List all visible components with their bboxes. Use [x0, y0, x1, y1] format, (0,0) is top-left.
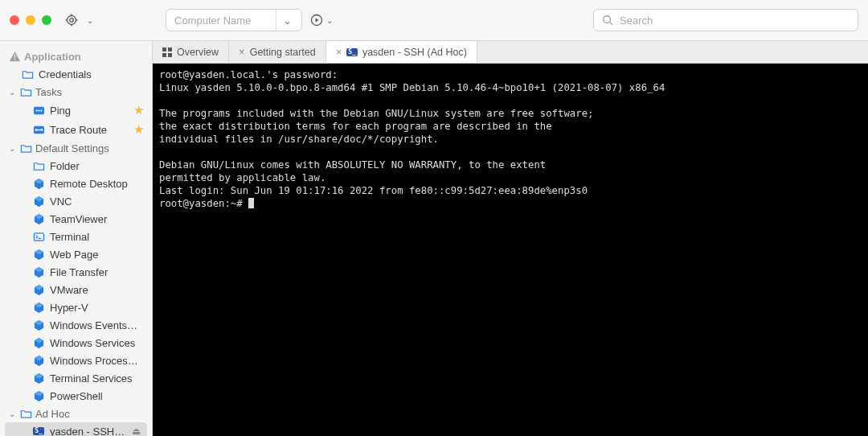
- folder-label: Folder: [50, 160, 145, 172]
- sidebar-item-yasden-ssh[interactable]: S_ yasden - SSH… ⏏: [5, 422, 147, 436]
- connect-button[interactable]: ⌄: [310, 14, 333, 27]
- search-input[interactable]: Search: [593, 9, 858, 31]
- terminal-line: The programs included with the Debian GN…: [159, 108, 593, 119]
- cube-icon: [32, 212, 45, 225]
- eject-icon[interactable]: ⏏: [132, 426, 141, 436]
- cube-icon: [32, 354, 45, 367]
- target-dropdown[interactable]: ⌄: [87, 16, 93, 25]
- tabbar: Overview × Getting started × S_ yasden -…: [153, 41, 868, 64]
- windows-processes-label: Windows Proces…: [50, 355, 145, 367]
- sidebar-item-vnc[interactable]: VNC: [0, 192, 152, 210]
- sidebar-item-folder[interactable]: Folder: [0, 157, 152, 175]
- computer-name-combo[interactable]: Computer Name ⌄: [166, 9, 302, 31]
- svg-rect-10: [14, 59, 14, 60]
- connect-dropdown[interactable]: ⌄: [326, 16, 333, 25]
- sidebar-item-ping[interactable]: Ping ★: [0, 101, 152, 120]
- folder-icon: [19, 407, 32, 420]
- cube-icon: [32, 195, 45, 208]
- sidebar-item-windows-services[interactable]: Windows Services: [0, 334, 152, 352]
- close-tab-icon[interactable]: ×: [336, 46, 342, 58]
- search-icon: [602, 14, 613, 26]
- credentials-label: Credentials: [39, 68, 145, 80]
- application-section[interactable]: Application: [0, 47, 152, 65]
- sidebar-item-file-transfer[interactable]: File Transfer: [0, 263, 152, 281]
- adhoc-section[interactable]: ⌄ Ad Hoc: [0, 405, 152, 422]
- hyperv-label: Hyper-V: [50, 302, 145, 314]
- svg-rect-21: [168, 47, 172, 51]
- sidebar-item-vmware[interactable]: VMware: [0, 281, 152, 298]
- vnc-label: VNC: [50, 195, 145, 208]
- minimize-window-button[interactable]: [26, 15, 35, 25]
- cube-icon: [32, 248, 45, 261]
- tab-yasden-ssh[interactable]: × S_ yasden - SSH (Ad Hoc): [326, 41, 477, 63]
- terminal-label: Terminal: [50, 231, 145, 243]
- ping-label: Ping: [50, 105, 129, 117]
- tasks-section[interactable]: ⌄ Tasks: [0, 83, 152, 101]
- terminal-output[interactable]: root@yasden.local.'s password: Linux yas…: [153, 64, 868, 436]
- disclosure-triangle[interactable]: ⌄: [8, 144, 16, 153]
- adhoc-label: Ad Hoc: [35, 408, 70, 420]
- sidebar-item-credentials[interactable]: Credentials: [0, 65, 152, 83]
- close-tab-icon[interactable]: ×: [239, 46, 245, 58]
- powershell-label: PowerShell: [50, 390, 145, 402]
- target-icon[interactable]: [64, 13, 79, 27]
- sidebar-item-traceroute[interactable]: Trace Route ★: [0, 120, 152, 139]
- terminal-line: Linux yasden 5.10.0-0.bpo.8-amd64 #1 SMP…: [159, 82, 665, 93]
- sidebar-item-webpage[interactable]: Web Page: [0, 245, 152, 263]
- svg-point-1: [70, 19, 74, 23]
- cube-icon: [32, 283, 45, 296]
- sidebar-item-hyperv[interactable]: Hyper-V: [0, 298, 152, 316]
- sidebar-item-powershell[interactable]: PowerShell: [0, 387, 152, 405]
- warning-icon: [8, 50, 21, 63]
- toolbar: ⌄ Computer Name ⌄ ⌄ Search: [0, 0, 868, 41]
- favorite-star-icon[interactable]: ★: [133, 122, 144, 137]
- svg-rect-9: [14, 54, 14, 58]
- content-area: Overview × Getting started × S_ yasden -…: [153, 41, 868, 436]
- disclosure-triangle[interactable]: ⌄: [8, 409, 16, 418]
- computer-name-placeholder: Computer Name: [174, 14, 251, 27]
- sidebar-item-remote-desktop[interactable]: Remote Desktop: [0, 175, 152, 192]
- sidebar-item-terminal-services[interactable]: Terminal Services: [0, 369, 152, 387]
- zoom-window-button[interactable]: [42, 15, 51, 25]
- default-settings-section[interactable]: ⌄ Default Settings: [0, 139, 152, 157]
- ssh-badge-icon: S_: [32, 425, 45, 436]
- disclosure-triangle[interactable]: ⌄: [8, 88, 16, 97]
- svg-rect-22: [162, 53, 166, 57]
- terminal-cursor: [248, 198, 254, 208]
- cube-icon: [32, 177, 45, 190]
- cube-icon: [32, 265, 45, 278]
- sidebar: Application Credentials ⌄ Tasks Ping ★: [0, 41, 153, 436]
- ssh-badge-icon: S_: [346, 48, 358, 56]
- main-area: Application Credentials ⌄ Tasks Ping ★: [0, 41, 868, 436]
- svg-point-0: [68, 16, 76, 25]
- tab-overview[interactable]: Overview: [153, 41, 229, 63]
- application-label: Application: [24, 51, 81, 63]
- tab-overview-label: Overview: [177, 47, 219, 58]
- favorite-star-icon[interactable]: ★: [133, 103, 144, 117]
- window-controls: [10, 15, 51, 25]
- vmware-label: VMware: [50, 284, 145, 296]
- tab-getting-started[interactable]: × Getting started: [229, 41, 326, 63]
- cube-icon: [32, 389, 45, 402]
- cube-icon: [32, 301, 45, 314]
- close-window-button[interactable]: [10, 15, 19, 25]
- svg-rect-18: [34, 232, 43, 240]
- windows-services-label: Windows Services: [50, 337, 145, 349]
- terminal-line: individual files in /usr/share/doc/*/cop…: [159, 134, 439, 145]
- sidebar-item-teamviewer[interactable]: TeamViewer: [0, 210, 152, 228]
- traceroute-label: Trace Route: [50, 124, 129, 136]
- folder-icon: [19, 85, 32, 98]
- windows-events-label: Windows Events…: [50, 319, 145, 331]
- terminal-services-label: Terminal Services: [50, 372, 145, 385]
- sidebar-item-terminal[interactable]: Terminal: [0, 228, 152, 245]
- cube-icon: [32, 319, 45, 331]
- folder-icon: [32, 159, 45, 172]
- tab-getting-started-label: Getting started: [250, 47, 316, 58]
- svg-point-12: [35, 109, 37, 111]
- svg-point-7: [604, 16, 611, 23]
- default-settings-label: Default Settings: [35, 142, 109, 154]
- svg-point-17: [41, 129, 43, 130]
- sidebar-item-windows-events[interactable]: Windows Events…: [0, 316, 152, 334]
- sidebar-item-windows-processes[interactable]: Windows Proces…: [0, 352, 152, 369]
- chevron-down-icon[interactable]: ⌄: [276, 10, 298, 31]
